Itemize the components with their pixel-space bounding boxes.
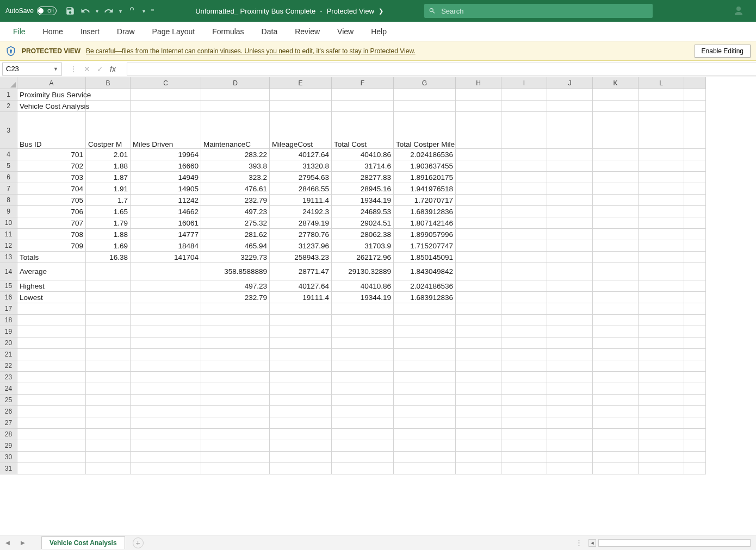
- cell-L2[interactable]: [639, 101, 684, 112]
- cell-B10[interactable]: 1.79: [86, 217, 131, 229]
- cell-C16[interactable]: [131, 292, 201, 303]
- cell-K12[interactable]: [593, 240, 639, 252]
- search-box[interactable]: [424, 4, 653, 18]
- cell-J21[interactable]: [547, 349, 593, 360]
- formula-bar[interactable]: [127, 62, 756, 76]
- cell-I8[interactable]: [501, 195, 547, 206]
- cell-F28[interactable]: [332, 429, 394, 440]
- cell-F21[interactable]: [332, 349, 394, 360]
- cell-D25[interactable]: [201, 395, 270, 406]
- cell-F19[interactable]: [332, 326, 394, 338]
- row-header-25[interactable]: 25: [0, 395, 17, 406]
- cell-L7[interactable]: [639, 183, 684, 195]
- cell-H16[interactable]: [456, 292, 501, 303]
- cell-J26[interactable]: [547, 406, 593, 417]
- name-box[interactable]: C23 ▼: [2, 62, 62, 76]
- cell-E3[interactable]: MileageCost: [270, 112, 332, 149]
- cell-E31[interactable]: [270, 463, 332, 474]
- cell-F13[interactable]: 262172.96: [332, 252, 394, 263]
- tab-file[interactable]: File: [4, 22, 34, 41]
- cell-H11[interactable]: [456, 229, 501, 240]
- undo-icon[interactable]: [80, 6, 90, 16]
- cell-J28[interactable]: [547, 429, 593, 440]
- cell-overflow-3[interactable]: [684, 112, 706, 149]
- cell-A18[interactable]: [17, 315, 86, 326]
- cell-B18[interactable]: [86, 315, 131, 326]
- row-header-7[interactable]: 7: [0, 183, 17, 195]
- cell-L9[interactable]: [639, 206, 684, 217]
- cell-H20[interactable]: [456, 338, 501, 349]
- cell-F10[interactable]: 29024.51: [332, 217, 394, 229]
- cell-G23[interactable]: [394, 372, 456, 383]
- cell-F20[interactable]: [332, 338, 394, 349]
- cell-I14[interactable]: [501, 263, 547, 280]
- row-header-1[interactable]: 1: [0, 89, 17, 101]
- cell-overflow-21[interactable]: [684, 349, 706, 360]
- cell-G8[interactable]: 1.72070717: [394, 195, 456, 206]
- cell-G9[interactable]: 1.683912836: [394, 206, 456, 217]
- cell-L15[interactable]: [639, 280, 684, 292]
- cell-L26[interactable]: [639, 406, 684, 417]
- toggle-switch[interactable]: Off: [37, 7, 57, 15]
- cell-I21[interactable]: [501, 349, 547, 360]
- cell-K5[interactable]: [593, 160, 639, 172]
- cell-F5[interactable]: 31714.6: [332, 160, 394, 172]
- cell-H6[interactable]: [456, 172, 501, 183]
- cell-H4[interactable]: [456, 149, 501, 160]
- cell-E23[interactable]: [270, 372, 332, 383]
- cell-E18[interactable]: [270, 315, 332, 326]
- cell-E2[interactable]: [270, 101, 332, 112]
- cell-J13[interactable]: [547, 252, 593, 263]
- cell-E5[interactable]: 31320.8: [270, 160, 332, 172]
- cell-A20[interactable]: [17, 338, 86, 349]
- cell-I2[interactable]: [501, 101, 547, 112]
- cell-D19[interactable]: [201, 326, 270, 338]
- cell-H17[interactable]: [456, 303, 501, 315]
- cell-overflow-12[interactable]: [684, 240, 706, 252]
- cell-C19[interactable]: [131, 326, 201, 338]
- cell-C8[interactable]: 11242: [131, 195, 201, 206]
- cell-I12[interactable]: [501, 240, 547, 252]
- cell-G16[interactable]: 1.683912836: [394, 292, 456, 303]
- cell-E29[interactable]: [270, 440, 332, 452]
- cell-K18[interactable]: [593, 315, 639, 326]
- cell-overflow-2[interactable]: [684, 101, 706, 112]
- cell-D8[interactable]: 232.79: [201, 195, 270, 206]
- tab-view[interactable]: View: [329, 22, 362, 41]
- dots-icon[interactable]: ⋮: [70, 65, 77, 73]
- cell-A16[interactable]: Lowest: [17, 292, 86, 303]
- cell-J5[interactable]: [547, 160, 593, 172]
- cell-K10[interactable]: [593, 217, 639, 229]
- cell-G21[interactable]: [394, 349, 456, 360]
- col-header-G[interactable]: G: [394, 77, 456, 89]
- cell-J6[interactable]: [547, 172, 593, 183]
- cell-I11[interactable]: [501, 229, 547, 240]
- cell-overflow-6[interactable]: [684, 172, 706, 183]
- row-header-29[interactable]: 29: [0, 440, 17, 452]
- cancel-icon[interactable]: ✕: [84, 65, 90, 73]
- row-header-13[interactable]: 13: [0, 252, 17, 263]
- cell-E25[interactable]: [270, 395, 332, 406]
- cell-J1[interactable]: [547, 89, 593, 101]
- cell-K16[interactable]: [593, 292, 639, 303]
- cell-B5[interactable]: 1.88: [86, 160, 131, 172]
- cell-overflow-26[interactable]: [684, 406, 706, 417]
- cell-L17[interactable]: [639, 303, 684, 315]
- cell-F3[interactable]: Total Cost: [332, 112, 394, 149]
- cell-D30[interactable]: [201, 452, 270, 463]
- cell-J31[interactable]: [547, 463, 593, 474]
- cell-H10[interactable]: [456, 217, 501, 229]
- cell-H31[interactable]: [456, 463, 501, 474]
- cell-overflow-31[interactable]: [684, 463, 706, 474]
- cell-L13[interactable]: [639, 252, 684, 263]
- cell-F25[interactable]: [332, 395, 394, 406]
- cell-L1[interactable]: [639, 89, 684, 101]
- grid[interactable]: ABCDEFGHIJKL1Proximity Bus Service2Vehic…: [0, 77, 756, 474]
- dropdown-icon[interactable]: ▾: [96, 8, 98, 14]
- cell-C17[interactable]: [131, 303, 201, 315]
- cell-G15[interactable]: 2.024186536: [394, 280, 456, 292]
- row-header-24[interactable]: 24: [0, 383, 17, 395]
- cell-C29[interactable]: [131, 440, 201, 452]
- cell-E28[interactable]: [270, 429, 332, 440]
- cell-B27[interactable]: [86, 417, 131, 429]
